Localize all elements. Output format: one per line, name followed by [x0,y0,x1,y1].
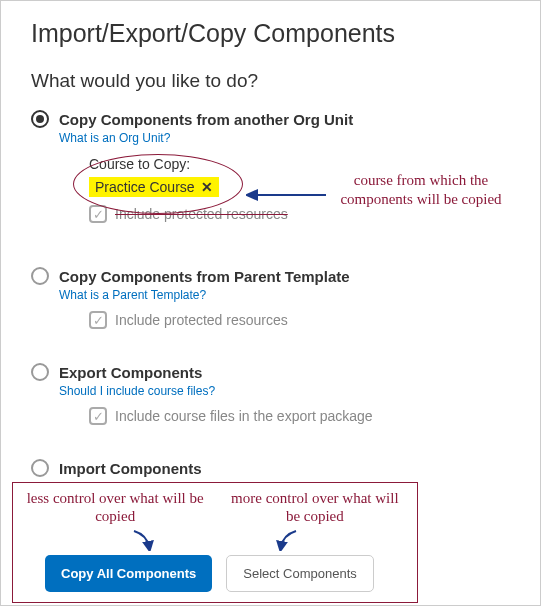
help-link-parent-template[interactable]: What is a Parent Template? [59,288,206,302]
selected-course-name: Practice Course [95,179,195,195]
checkbox-label-include-protected-1: Include protected resources [115,206,288,222]
selected-course-chip: Practice Course ✕ [89,177,219,197]
annotation-arrow-left [129,529,159,551]
annotation-source-text: course from which the components will be… [331,171,511,209]
page-title: Import/Export/Copy Components [31,19,510,48]
radio-export[interactable] [31,363,49,381]
radio-copy-parent[interactable] [31,267,49,285]
checkbox-include-protected-1[interactable]: ✓ [89,205,107,223]
option-label: Import Components [59,460,202,477]
annotation-less-control: less control over what will be copied [23,489,207,525]
option-label: Export Components [59,364,202,381]
copy-all-components-button[interactable]: Copy All Components [45,555,212,592]
option-import: Import Components [31,459,510,477]
help-link-org-unit[interactable]: What is an Org Unit? [59,131,170,145]
remove-course-icon[interactable]: ✕ [201,179,213,195]
checkbox-include-files[interactable]: ✓ [89,407,107,425]
option-copy-parent: Copy Components from Parent Template Wha… [31,267,510,329]
option-label: Copy Components from another Org Unit [59,111,353,128]
course-to-copy-label: Course to Copy: [89,156,510,172]
checkbox-label-include-files: Include course files in the export packa… [115,408,373,424]
annotation-arrow-right [271,529,301,551]
radio-copy-org-unit[interactable] [31,110,49,128]
help-link-export-files[interactable]: Should I include course files? [59,384,215,398]
radio-import[interactable] [31,459,49,477]
checkbox-include-protected-2[interactable]: ✓ [89,311,107,329]
select-components-button[interactable]: Select Components [226,555,373,592]
annotation-more-control: more control over what will be copied [223,489,407,525]
page-subtitle: What would you like to do? [31,70,510,92]
option-export: Export Components Should I include cours… [31,363,510,425]
checkbox-label-include-protected-2: Include protected resources [115,312,288,328]
option-label: Copy Components from Parent Template [59,268,350,285]
annotation-box-buttons: less control over what will be copied mo… [12,482,418,603]
